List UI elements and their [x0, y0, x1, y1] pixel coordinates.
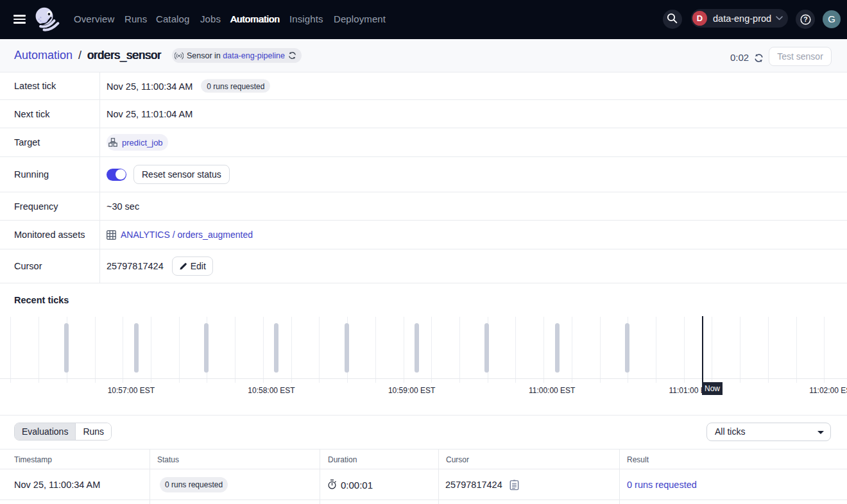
- svg-text:?: ?: [803, 15, 807, 23]
